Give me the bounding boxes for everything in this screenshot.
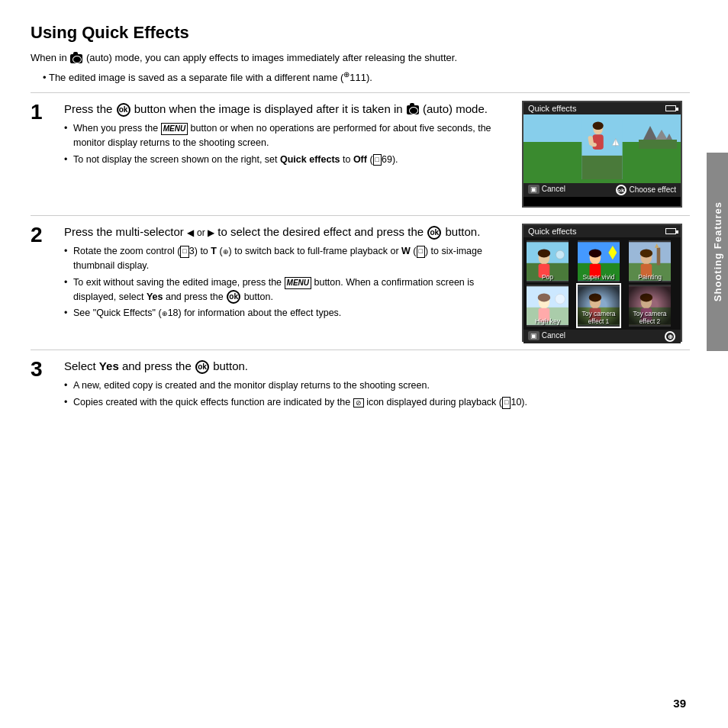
svg-point-23 (589, 250, 602, 258)
effect-toy2-label: Toy cameraeffect 2 (632, 309, 668, 326)
step-2-number: 2 (31, 224, 58, 247)
effect-pop-label: Pop (540, 272, 555, 282)
cancel-key-2: ▣ (528, 331, 540, 340)
step-2-heading: Press the multi-selector or to select th… (64, 224, 514, 240)
step-2: 2 Press the multi-selector or to select … (31, 224, 690, 342)
svg-point-17 (538, 250, 551, 258)
ok-icon-2b: ok (227, 290, 240, 304)
step-2-bullet-3: See "Quick Effects" (⊕18) for informatio… (64, 306, 514, 321)
arrow-right-icon (208, 225, 214, 238)
grid-screen-body: Pop Super vivi (523, 237, 681, 330)
ok-icon-screen1: ok (616, 185, 627, 195)
camera-icon-intro (70, 54, 82, 63)
arrow-left-icon (187, 225, 194, 238)
step-2-bullets: Rotate the zoom control (□3) to T (⊕) to… (64, 244, 514, 321)
screen-2-cancel: ▣ Cancel (528, 331, 565, 342)
screen-1-titlebar: Quick effects (523, 102, 681, 114)
battery-icon-2 (665, 228, 676, 234)
svg-point-19 (556, 251, 565, 259)
ok-icon-screen2: ⊕ (665, 331, 675, 342)
step-3: 3 Select Yes and press the ok button. A … (31, 358, 690, 412)
ref-2-2: □ (417, 246, 425, 258)
screen-2-zoom: ⊕ (664, 331, 676, 342)
ok-icon-3: ok (195, 360, 209, 374)
camera-icon-step1 (407, 105, 419, 114)
menu-icon-2: MENU (285, 277, 311, 289)
svg-rect-1 (581, 156, 622, 179)
step-3-bullets: A new, edited copy is created and the mo… (64, 378, 682, 410)
effect-toy1: Toy cameraeffect 1 (578, 285, 620, 327)
or-text: or (197, 227, 208, 238)
menu-icon-1: MENU (161, 123, 188, 135)
step-3-bullet-1: A new, edited copy is created and the mo… (64, 378, 682, 393)
step-3-heading: Select Yes and press the ok button. (64, 358, 682, 374)
effect-vivid: Super vivid (578, 240, 620, 282)
effects-grid: Pop Super vivi (527, 240, 678, 327)
svg-point-36 (538, 294, 551, 302)
screen-2-titlebar: Quick effects (523, 225, 681, 237)
svg-rect-6 (593, 135, 604, 150)
camera-screen-2: Quick effects (522, 224, 682, 342)
svg-point-38 (556, 295, 565, 304)
effect-toy2: Toy cameraeffect 2 (629, 285, 671, 327)
step-1-content: Press the ok button when the image is di… (64, 101, 522, 169)
screen-1-image-area (523, 114, 681, 183)
svg-point-8 (591, 143, 597, 147)
page-number: 39 (673, 697, 686, 710)
ref-2-1: □ (180, 246, 188, 258)
svg-rect-31 (657, 248, 661, 266)
screen-1-cancel: ▣ Cancel (528, 185, 565, 195)
step-2-bullet-2: To exit without saving the edited image,… (64, 275, 514, 304)
woman-figure (579, 118, 625, 179)
ref-box-1: □ (373, 154, 382, 166)
cancel-key: ▣ (528, 185, 540, 194)
side-tab: Shooting Features (707, 153, 728, 351)
screen-1-title: Quick effects (528, 104, 576, 113)
effect-pop: Pop (527, 240, 569, 282)
step-2-content: Press the multi-selector or to select th… (64, 224, 522, 323)
screen-1-ok: ok Choose effect (615, 185, 676, 195)
step-1-image: Quick effects (522, 101, 690, 208)
step-2-image: Quick effects (522, 224, 690, 342)
effect-highkey-label: High key (533, 317, 562, 326)
step-3-number: 3 (31, 358, 58, 382)
step-1: 1 Press the ok button when the image is … (31, 101, 690, 208)
effect-painting: Painting (629, 240, 671, 282)
side-tab-label: Shooting Features (712, 201, 723, 301)
divider-1 (31, 92, 690, 93)
intro-paragraph: When in (auto) mode, you can apply effec… (31, 50, 690, 66)
intro-bullet: The edited image is saved as a separate … (43, 69, 690, 85)
background-scene (639, 118, 677, 149)
step-1-bullet-2: To not display the screen shown on the r… (64, 153, 514, 167)
page-title: Using Quick Effects (31, 23, 690, 43)
page: Using Quick Effects When in (auto) mode,… (0, 0, 728, 728)
effect-toy1-label: Toy cameraeffect 1 (581, 309, 617, 326)
step-2-bullet-1: Rotate the zoom control (□3) to T (⊕) to… (64, 244, 514, 273)
divider-2 (31, 215, 690, 216)
effect-highkey: High key (527, 285, 569, 327)
step-1-bullets: When you press the MENU button or when n… (64, 121, 514, 166)
ref-3-1: □ (502, 397, 511, 409)
screen-1-footer: ▣ Cancel ok Choose effect (523, 183, 681, 197)
ok-icon-1: ok (117, 103, 130, 117)
effect-vivid-label: Super vivid (581, 272, 616, 282)
svg-point-5 (593, 122, 604, 130)
screen-2-title: Quick effects (528, 227, 576, 236)
step-3-bullet-2: Copies created with the quick effects fu… (64, 395, 682, 410)
svg-rect-13 (639, 140, 677, 149)
svg-point-29 (640, 250, 653, 258)
camera-screen-1: Quick effects (522, 101, 682, 208)
effect-painting-label: Painting (636, 272, 663, 282)
battery-icon-1 (665, 105, 676, 111)
step-1-bullet-1: When you press the MENU button or when n… (64, 121, 514, 150)
ok-icon-2: ok (427, 226, 441, 240)
step-3-content: Select Yes and press the ok button. A ne… (64, 358, 690, 412)
effects-icon-ref: ⊘ (353, 398, 364, 407)
divider-3 (31, 350, 690, 350)
screen-2-footer: ▣ Cancel ⊕ (523, 330, 681, 343)
step-1-heading: Press the ok button when the image is di… (64, 101, 514, 117)
step-1-number: 1 (31, 101, 58, 124)
